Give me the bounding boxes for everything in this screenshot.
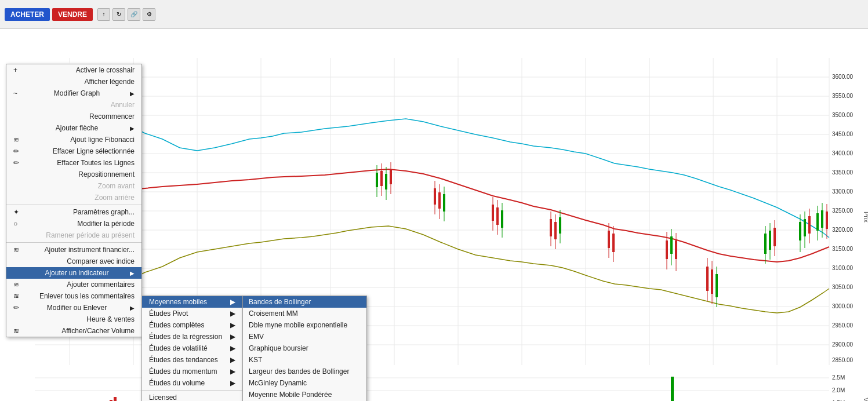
menu-ajouter-indicateur[interactable]: Ajouter un indicateur ▶ xyxy=(6,267,141,279)
svg-text:3400.00: 3400.00 xyxy=(832,150,854,156)
menu-modifier-periode[interactable]: ○ Modifier la période xyxy=(6,218,141,229)
indicator-mcginley[interactable]: McGinley Dynamic xyxy=(243,377,366,389)
svg-rect-102 xyxy=(706,267,709,291)
svg-text:3350.00: 3350.00 xyxy=(832,169,854,176)
svg-rect-74 xyxy=(434,188,436,205)
svg-text:3300.00: 3300.00 xyxy=(832,188,854,195)
menu-ajouter-fleche[interactable]: Ajouter flèche ▶ xyxy=(6,122,141,134)
submenu-volatilite[interactable]: Études de volatilité ▶ xyxy=(142,342,242,354)
arrow-moyennes: ▶ xyxy=(230,298,235,306)
submenu-moyennes-mobiles[interactable]: Moyennes mobiles ▶ xyxy=(142,296,242,308)
svg-rect-84 xyxy=(501,210,503,228)
submenu-regression[interactable]: Études de la régression ▶ xyxy=(142,331,242,342)
menu-zoom-avant: Zoom avant xyxy=(6,180,141,192)
svg-rect-110 xyxy=(769,231,771,250)
submenu-tendances[interactable]: Études des tendances ▶ xyxy=(142,354,242,366)
svg-text:2900.00: 2900.00 xyxy=(832,341,854,348)
svg-text:3100.00: 3100.00 xyxy=(832,265,854,271)
separator-2 xyxy=(6,242,141,243)
crosshair-icon: + xyxy=(13,66,17,74)
svg-rect-70 xyxy=(385,174,387,189)
svg-text:2950.00: 2950.00 xyxy=(832,322,854,329)
menu-comparer[interactable]: Comparer avec indice xyxy=(6,256,141,267)
svg-text:2.5M: 2.5M xyxy=(832,374,845,381)
svg-text:3200.00: 3200.00 xyxy=(832,227,854,233)
menu-crosshair[interactable]: + Activer le crosshair xyxy=(6,64,141,76)
menu-ajouter-instrument[interactable]: ≋ Ajouter instrument financier... xyxy=(6,244,141,256)
arrow-icon: ▶ xyxy=(130,90,135,97)
submenu-completes[interactable]: Études complètes ▶ xyxy=(142,319,242,331)
chart-area: ESTX50 oo Mar15'19 @DTB xyxy=(0,29,868,401)
svg-text:3500.00: 3500.00 xyxy=(832,112,854,118)
svg-rect-66 xyxy=(376,173,378,187)
submenu-momentum[interactable]: Études du momentum ▶ xyxy=(142,366,242,377)
volume-chart-svg: 2.5M 2.0M 1.5M 1.0M 500.K Volume 10/24/2… xyxy=(0,365,868,401)
indicator-dble-myne[interactable]: Dble myne mobile exponentielle xyxy=(243,319,366,331)
arrow-pivot: ▶ xyxy=(230,309,235,318)
menu-effacer-ligne[interactable]: ✏ Effacer Ligne sélectionnée xyxy=(6,145,141,157)
submenu-licensed[interactable]: Licensed xyxy=(142,392,242,401)
svg-rect-96 xyxy=(666,240,668,259)
menu-modifier-enlever[interactable]: ✏ Modifier ou Enlever ▶ xyxy=(6,302,141,313)
submenu-volume-etudes[interactable]: Études du volume ▶ xyxy=(142,377,242,389)
menu-parametres[interactable]: ✦ Paramètres graph... xyxy=(6,206,141,218)
submenu-indicateur: Moyennes mobiles ▶ Études Pivot ▶ Études… xyxy=(141,296,243,401)
menu-ajouter-commentaires[interactable]: ≋ Ajouter commentaires xyxy=(6,279,141,290)
svg-rect-108 xyxy=(764,234,767,254)
arrow-volatilite: ▶ xyxy=(230,344,235,352)
svg-rect-98 xyxy=(670,236,673,254)
menu-ramener-periode: Ramener période au présent xyxy=(6,229,141,241)
svg-text:2.0M: 2.0M xyxy=(832,387,845,393)
svg-text:3250.00: 3250.00 xyxy=(832,207,854,214)
indicator-croisement[interactable]: Croisement MM xyxy=(243,308,366,319)
svg-rect-78 xyxy=(443,194,445,212)
svg-rect-112 xyxy=(773,228,776,246)
menu-zoom-arriere: Zoom arrière xyxy=(6,192,141,203)
menu-effacer-toutes[interactable]: ✏ Effacer Toutes les Lignes xyxy=(6,157,141,169)
svg-text:3450.00: 3450.00 xyxy=(832,131,854,137)
icon-settings[interactable]: ⚙ xyxy=(143,8,155,21)
indicator-emv[interactable]: EMV xyxy=(243,331,366,342)
indicator-bollinger[interactable]: Bandes de Bollinger xyxy=(243,296,366,308)
svg-rect-90 xyxy=(559,217,561,234)
svg-rect-88 xyxy=(554,222,557,239)
menu-recommencer[interactable]: Recommencer xyxy=(6,111,141,122)
arrow-icon-2: ▶ xyxy=(130,125,135,132)
svg-rect-68 xyxy=(380,171,383,186)
svg-text:Volume: Volume xyxy=(863,398,868,401)
svg-text:3000.00: 3000.00 xyxy=(832,303,854,309)
menu-fibonacci[interactable]: ≋ Ajout ligne Fibonacci xyxy=(6,134,141,145)
submenu-indicators: Bandes de Bollinger Croisement MM Dble m… xyxy=(242,296,367,401)
indicator-kst[interactable]: KST xyxy=(243,354,366,366)
svg-rect-86 xyxy=(550,219,552,236)
menu-modifier-graph[interactable]: ~ Modifier Graph ▶ xyxy=(6,88,141,99)
menu-enlever-commentaires[interactable]: ≋ Enlever tous les commentaires xyxy=(6,290,141,302)
separator-sub-1 xyxy=(142,390,242,391)
svg-rect-209 xyxy=(671,377,674,401)
submenu-pivot[interactable]: Études Pivot ▶ xyxy=(142,308,242,319)
menu-legende[interactable]: Afficher légende xyxy=(6,76,141,88)
separator-1 xyxy=(6,205,141,205)
svg-rect-106 xyxy=(716,274,718,297)
icon-link[interactable]: 🔗 xyxy=(128,8,140,21)
indicator-mm-ponderee[interactable]: Moyenne Mobile Pondérée xyxy=(243,389,366,400)
svg-text:3050.00: 3050.00 xyxy=(832,284,854,290)
acheter-button[interactable]: ACHETER xyxy=(5,8,50,21)
icon-arrow[interactable]: ↑ xyxy=(97,8,110,21)
svg-rect-120 xyxy=(816,213,819,231)
arrow-tendances: ▶ xyxy=(230,356,235,364)
icon-refresh[interactable]: ↻ xyxy=(112,8,125,21)
menu-repositionnement[interactable]: Repositionnement xyxy=(6,169,141,180)
svg-rect-80 xyxy=(492,205,494,221)
menu-annuler: Annuler xyxy=(6,99,141,111)
menu-afficher-volume[interactable]: ≋ Afficher/Cacher Volume xyxy=(6,325,141,337)
svg-rect-100 xyxy=(675,240,677,259)
menu-heure-ventes[interactable]: Heure & ventes xyxy=(6,313,141,325)
svg-rect-114 xyxy=(799,222,801,240)
arrow-icon-3: ▶ xyxy=(130,270,135,276)
indicator-largeur[interactable]: Largeur des bandes de Bollinger xyxy=(243,366,366,377)
arrow-completes: ▶ xyxy=(230,321,235,329)
vendre-button[interactable]: VENDRE xyxy=(52,8,93,21)
indicator-graphique[interactable]: Graphique boursier xyxy=(243,342,366,354)
svg-text:3550.00: 3550.00 xyxy=(832,93,854,99)
